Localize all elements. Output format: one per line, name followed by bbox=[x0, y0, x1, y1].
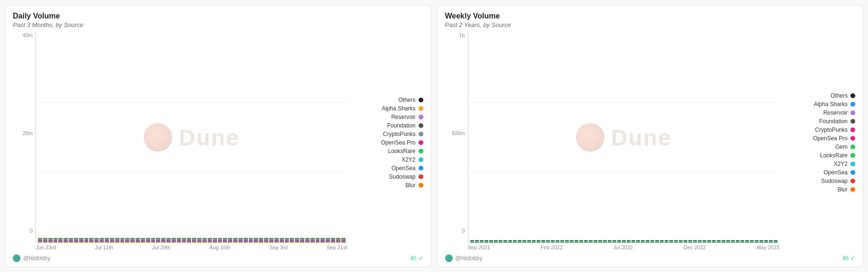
bar-group bbox=[326, 238, 330, 243]
bar-wrapper bbox=[300, 238, 304, 243]
weekly-bar-wrapper bbox=[556, 240, 559, 243]
bar-wrapper bbox=[244, 238, 248, 243]
weekly-bar-group bbox=[703, 240, 706, 243]
weekly-bar-wrapper bbox=[674, 240, 678, 243]
weekly-bar-wrapper bbox=[712, 240, 716, 243]
weekly-bar-segment bbox=[698, 242, 702, 243]
weekly-bar-wrapper bbox=[745, 240, 749, 243]
weekly-refresh-time: 4h bbox=[842, 255, 849, 262]
bar-group bbox=[161, 238, 165, 243]
weekly-chart-plot: Dune bbox=[468, 32, 780, 243]
weekly-bar-wrapper bbox=[755, 240, 758, 243]
legend-dot bbox=[850, 153, 855, 158]
weekly-bar-group bbox=[475, 240, 479, 243]
weekly-bar-segment bbox=[717, 242, 721, 243]
bar-wrapper bbox=[130, 238, 135, 243]
legend-label: Gem bbox=[835, 144, 848, 150]
legend-label: Alpha Sharks bbox=[814, 101, 848, 108]
weekly-legend-item: Sudoswap bbox=[789, 178, 855, 184]
legend-label: Foundation bbox=[819, 118, 848, 125]
bar-segment bbox=[208, 242, 212, 243]
weekly-bar-segment bbox=[774, 242, 777, 243]
legend-dot bbox=[850, 162, 855, 166]
bar-segment bbox=[311, 242, 315, 243]
bar-wrapper bbox=[274, 238, 279, 243]
weekly-bar-group bbox=[546, 240, 550, 243]
bar-segment bbox=[89, 242, 93, 243]
bar-segment bbox=[249, 242, 253, 243]
bar-group bbox=[79, 238, 83, 243]
weekly-bar-group bbox=[584, 240, 588, 243]
legend-dot bbox=[850, 127, 855, 132]
weekly-bar-segment bbox=[646, 242, 649, 243]
weekly-bar-wrapper bbox=[684, 240, 687, 243]
bar-segment bbox=[146, 242, 150, 243]
bar-segment bbox=[331, 242, 335, 243]
weekly-bar-group bbox=[508, 240, 512, 243]
bar-group bbox=[130, 238, 135, 243]
weekly-bar-wrapper bbox=[655, 240, 659, 243]
weekly-bar-group bbox=[698, 240, 702, 243]
x-label-6: Sep 21st bbox=[327, 245, 347, 253]
wx-label-3: Jul 2022 bbox=[613, 245, 633, 253]
weekly-bar-segment bbox=[703, 242, 706, 243]
daily-legend-item: X2Y2 bbox=[357, 156, 423, 163]
weekly-bar-segment bbox=[764, 242, 768, 243]
weekly-bar-wrapper bbox=[494, 240, 498, 243]
weekly-bar-segment bbox=[503, 242, 507, 243]
weekly-footer: @hildobby 4h ✓ bbox=[445, 253, 856, 262]
weekly-bar-wrapper bbox=[537, 240, 540, 243]
weekly-bar-segment bbox=[684, 242, 687, 243]
weekly-bar-wrapper bbox=[688, 240, 692, 243]
bar-group bbox=[74, 238, 78, 243]
weekly-bar-group bbox=[480, 240, 484, 243]
weekly-bar-group bbox=[731, 240, 735, 243]
weekly-bar-group bbox=[494, 240, 498, 243]
bar-group bbox=[156, 238, 160, 243]
bar-segment bbox=[84, 242, 89, 243]
weekly-bar-group bbox=[631, 240, 635, 243]
weekly-bar-segment bbox=[641, 242, 645, 243]
bar-group bbox=[177, 238, 181, 243]
bar-wrapper bbox=[141, 238, 145, 243]
legend-dot bbox=[850, 136, 855, 141]
weekly-bar-segment bbox=[508, 242, 512, 243]
weekly-legend-item: Alpha Sharks bbox=[789, 101, 855, 108]
weekly-bar-wrapper bbox=[641, 240, 645, 243]
bar-segment bbox=[213, 242, 217, 243]
weekly-bar-group bbox=[470, 240, 474, 243]
bar-group bbox=[213, 238, 217, 243]
bar-segment bbox=[48, 242, 53, 243]
weekly-bar-segment bbox=[513, 242, 517, 243]
weekly-bar-group bbox=[541, 240, 545, 243]
daily-refresh-time: 4h bbox=[410, 255, 416, 262]
bar-wrapper bbox=[100, 238, 104, 243]
weekly-bar-group bbox=[503, 240, 507, 243]
bar-segment bbox=[336, 242, 340, 243]
bar-wrapper bbox=[172, 238, 176, 243]
bar-group bbox=[300, 238, 304, 243]
legend-dot bbox=[419, 115, 423, 119]
weekly-bar-wrapper bbox=[594, 240, 597, 243]
weekly-bar-wrapper bbox=[503, 240, 507, 243]
weekly-bar-wrapper bbox=[759, 240, 763, 243]
bar-group bbox=[244, 238, 248, 243]
daily-legend-item: Reservoir bbox=[357, 114, 423, 120]
bar-wrapper bbox=[213, 238, 217, 243]
weekly-bar-wrapper bbox=[636, 240, 640, 243]
daily-avatar bbox=[13, 254, 20, 262]
legend-dot bbox=[850, 187, 855, 192]
weekly-bar-segment bbox=[631, 242, 635, 243]
weekly-bar-group bbox=[764, 240, 768, 243]
weekly-bar-wrapper bbox=[603, 240, 607, 243]
bar-group bbox=[269, 238, 274, 243]
legend-label: Sudoswap bbox=[389, 173, 415, 180]
bar-wrapper bbox=[238, 238, 243, 243]
check-icon: ✓ bbox=[419, 255, 423, 262]
bar-wrapper bbox=[182, 238, 186, 243]
weekly-bar-segment bbox=[565, 242, 569, 243]
bar-wrapper bbox=[125, 238, 129, 243]
daily-bars bbox=[36, 32, 347, 243]
daily-refresh: 4h ✓ bbox=[410, 255, 423, 262]
legend-dot bbox=[419, 174, 423, 179]
